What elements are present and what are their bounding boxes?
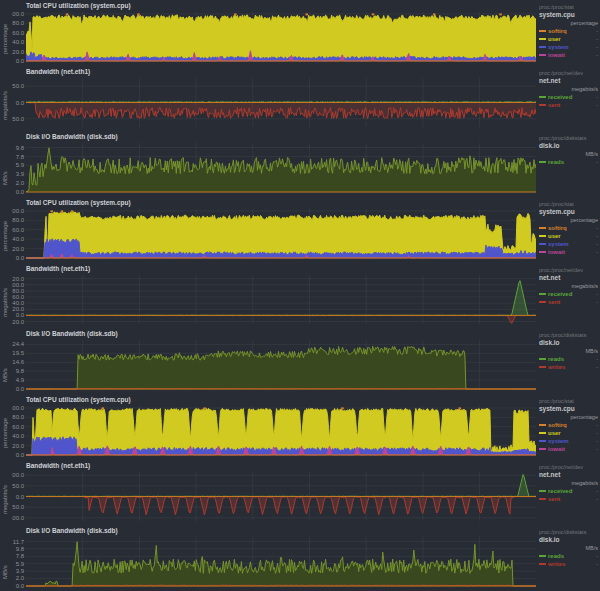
y-tick-label: 20.0 — [12, 443, 24, 449]
chart-row-disk.io-8[interactable]: MB/s11.79.87.85.93.92.00.0Disk I/O Bandw… — [0, 525, 600, 591]
chart-title: Bandwidth (net.eth1) — [26, 462, 90, 469]
series-dot-softirq — [71, 210, 74, 212]
legend-item-label: received — [548, 94, 572, 100]
y-tick-label: 100.0 — [12, 281, 25, 287]
legend-item-system[interactable]: system- — [539, 241, 598, 247]
legend-item-received[interactable]: received- — [539, 94, 598, 100]
y-tick-label: -100.0 — [12, 514, 25, 520]
y-axis-unit-label: MB/s — [2, 369, 8, 383]
legend-item-label: system — [548, 438, 569, 444]
chart-row-net.net-1[interactable]: megabits/s50.00.0-50.0Bandwidth (net.eth… — [0, 66, 600, 132]
y-tick-label: -50.0 — [12, 504, 25, 510]
legend-item-softirq[interactable]: softirq- — [539, 28, 598, 34]
legend-item-label: user — [548, 430, 561, 436]
y-tick-label: 14.6 — [12, 360, 24, 366]
legend-plugin-name: proc:/proc/diskstats — [539, 529, 598, 535]
legend-item-user[interactable]: user- — [539, 233, 598, 239]
legend-plugin-name: proc:/proc/stat — [539, 201, 598, 207]
series-fill-received — [26, 280, 536, 315]
chart-canvas[interactable]: 100.080.060.040.020.00.0 — [12, 197, 536, 263]
y-tick-label: 0.0 — [16, 493, 25, 499]
y-tick-label: 2.0 — [16, 180, 25, 186]
legend-item-received[interactable]: received- — [539, 291, 598, 297]
legend-item-reads[interactable]: reads- — [539, 356, 598, 362]
chart-canvas[interactable]: 120.0100.080.060.040.020.00.0-20.0 — [12, 263, 536, 329]
legend-item-label: sent — [548, 496, 560, 502]
chart-canvas[interactable]: 100.080.060.040.020.00.0 — [12, 0, 536, 66]
chart-title: Bandwidth (net.eth1) — [26, 68, 90, 75]
legend-plugin-name: proc:/proc/diskstats — [539, 135, 598, 141]
y-tick-label: 120.0 — [12, 275, 25, 281]
legend-item-user[interactable]: user- — [539, 36, 598, 42]
chart-canvas[interactable]: 50.00.0-50.0 — [12, 66, 536, 132]
y-tick-label: 9.8 — [16, 368, 25, 374]
legend-item-softirq[interactable]: softirq- — [539, 225, 598, 231]
legend-item-sent[interactable]: sent- — [539, 496, 598, 502]
chart-canvas[interactable]: 100.050.00.0-50.0-100.0 — [12, 460, 536, 526]
y-tick-label: 50.0 — [12, 482, 24, 488]
chart-canvas[interactable]: 100.080.060.040.020.00.0 — [12, 394, 536, 460]
series-fill-user — [26, 15, 536, 61]
legend-item-writes[interactable]: writes- — [539, 364, 598, 370]
legend-item-label: iowait — [548, 52, 565, 58]
legend-unit: MB/s — [539, 151, 598, 157]
y-tick-label: 80.0 — [12, 414, 24, 420]
legend-item-iowait[interactable]: iowait- — [539, 52, 598, 58]
legend-item-user[interactable]: user- — [539, 430, 598, 436]
legend-unit: percentage — [539, 20, 598, 26]
legend-swatch-icon — [539, 293, 546, 295]
legend-unit: percentage — [539, 414, 598, 420]
legend-item-value: - — [596, 299, 598, 305]
legend-item-reads[interactable]: reads- — [539, 159, 598, 165]
y-tick-label: 24.4 — [12, 342, 24, 348]
chart-canvas[interactable]: 9.87.85.93.92.00.0 — [12, 131, 536, 197]
legend-item-value: - — [596, 36, 598, 42]
legend-item-system[interactable]: system- — [539, 44, 598, 50]
legend-item-label: sent — [548, 299, 560, 305]
legend-item-value: - — [596, 291, 598, 297]
legend-item-label: user — [548, 36, 561, 42]
chart-row-net.net-4[interactable]: megabits/s120.0100.080.060.040.020.00.0-… — [0, 263, 600, 329]
y-tick-label: 5.9 — [16, 561, 25, 567]
y-tick-label: 60.0 — [12, 424, 24, 430]
legend-item-iowait[interactable]: iowait- — [539, 249, 598, 255]
chart-row-disk.io-2[interactable]: MB/s9.87.85.93.92.00.0Disk I/O Bandwidth… — [0, 131, 600, 197]
legend-context-name: disk.io — [539, 536, 598, 543]
series-dot-softirq — [51, 210, 54, 212]
legend-plugin-name: proc:/proc/net/dev — [539, 267, 598, 273]
chart-title: Total CPU utilization (system.cpu) — [26, 199, 131, 206]
y-axis-unit-label: megabits/s — [2, 485, 8, 514]
legend-item-sent[interactable]: sent- — [539, 102, 598, 108]
chart-title: Total CPU utilization (system.cpu) — [26, 2, 131, 9]
y-tick-label: 40.0 — [12, 236, 24, 242]
legend-swatch-icon — [539, 563, 546, 565]
y-tick-label: 7.8 — [16, 154, 25, 160]
chart-row-disk.io-5[interactable]: MB/s24.419.514.69.84.90.0Disk I/O Bandwi… — [0, 328, 600, 394]
legend-item-received[interactable]: received- — [539, 488, 598, 494]
legend-item-value: - — [596, 446, 598, 452]
legend-item-value: - — [596, 102, 598, 108]
legend-item-reads[interactable]: reads- — [539, 553, 598, 559]
legend-item-value: - — [596, 430, 598, 436]
legend-item-label: writes — [548, 561, 565, 567]
legend-item-label: sent — [548, 102, 560, 108]
legend-swatch-icon — [539, 243, 546, 245]
chart-row-system.cpu-0[interactable]: percentage100.080.060.040.020.00.0Total … — [0, 0, 600, 66]
legend-swatch-icon — [539, 104, 546, 106]
y-tick-label: 0.0 — [16, 99, 25, 105]
chart-canvas[interactable]: 11.79.87.85.93.92.00.0 — [12, 525, 536, 591]
legend-item-value: - — [596, 488, 598, 494]
chart-row-system.cpu-6[interactable]: percentage100.080.060.040.020.00.0Total … — [0, 394, 600, 460]
legend-item-softirq[interactable]: softirq- — [539, 422, 598, 428]
legend-item-system[interactable]: system- — [539, 438, 598, 444]
series-dot-softirq — [499, 13, 502, 15]
chart-title: Disk I/O Bandwidth (disk.sdb) — [26, 133, 118, 140]
y-tick-label: 9.8 — [16, 546, 25, 552]
legend-item-sent[interactable]: sent- — [539, 299, 598, 305]
legend-context-name: net.net — [539, 77, 598, 84]
legend-item-writes[interactable]: writes- — [539, 561, 598, 567]
chart-row-system.cpu-3[interactable]: percentage100.080.060.040.020.00.0Total … — [0, 197, 600, 263]
chart-row-net.net-7[interactable]: megabits/s100.050.00.0-50.0-100.0Bandwid… — [0, 460, 600, 526]
legend-item-iowait[interactable]: iowait- — [539, 446, 598, 452]
chart-canvas[interactable]: 24.419.514.69.84.90.0 — [12, 328, 536, 394]
